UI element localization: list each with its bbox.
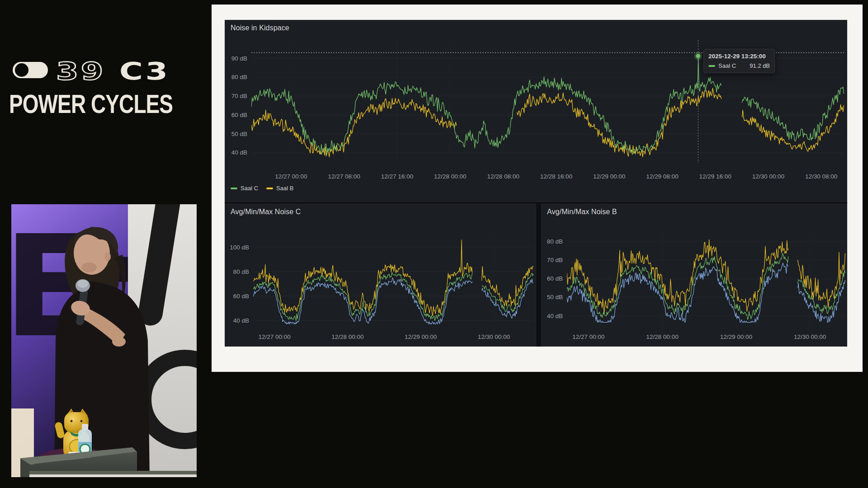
series-saal-b [251,88,844,157]
series-avg [567,253,845,319]
event-logo: 39 C3 [56,57,183,88]
x-tick-label: 12/29 16:00 [699,173,731,180]
y-tick-label: 40 dB [231,149,247,156]
toggle-switch-icon [13,62,48,78]
crosshair [694,40,702,163]
talk-title: POWER CYCLES [9,89,173,119]
highlight-point [696,54,700,58]
svg-text:39 C3: 39 C3 [56,57,170,85]
logo-39c3-svg: 39 C3 [56,57,183,86]
series-max [253,240,533,316]
x-tick-label: 12/30 00:00 [478,333,510,340]
x-tick-label: 12/27 00:00 [572,333,604,340]
y-tick-label: 60 dB [233,293,249,300]
y-tick-label: 90 dB [231,55,247,62]
panel-noise-kidspace: 12/27 00:0012/27 08:0012/27 16:0012/28 0… [225,20,847,202]
y-tick-label: 80 dB [231,74,247,80]
y-tick-label: 80 dB [547,238,563,245]
x-tick-label: 12/27 00:00 [275,173,307,180]
grafana-dashboard: 12/27 00:0012/27 08:0012/27 16:0012/28 0… [225,20,847,347]
x-tick-label: 12/29 00:00 [593,173,625,180]
x-tick-label: 12/28 00:00 [434,173,466,180]
legend-label: Saal B [276,185,293,192]
x-tick-label: 12/29 00:00 [720,333,752,340]
panel-title: Avg/Min/Max Noise B [547,208,617,216]
table-edge [29,471,197,475]
y-tick-label: 50 dB [231,131,247,137]
chart-svg: 12/27 00:0012/27 08:0012/27 16:0012/28 0… [225,20,847,202]
x-tick-label: 12/28 08:00 [487,173,519,180]
speaker-scene: E B [11,204,197,477]
x-tick-label: 12/27 16:00 [381,173,413,180]
x-tick-label: 12/27 08:00 [328,173,360,180]
y-tick-label: 40 dB [233,317,249,324]
legend-item-saal-b: Saal B [266,185,293,192]
x-tick-label: 12/29 08:00 [646,173,678,180]
chart-svg: 12/27 00:0012/28 00:0012/29 00:0012/30 0… [542,204,847,347]
y-tick-label: 50 dB [547,294,563,300]
y-tick-label: 100 dB [230,244,249,251]
tooltip-series-swatch [708,65,715,67]
legend-swatch [266,188,273,189]
panel-title: Noise in Kidspace [231,24,289,32]
x-tick-label: 12/30 00:00 [794,333,826,340]
series-max [567,239,845,314]
logo-prefix: 39 [56,57,106,85]
panel-avg-min-max-noise-c: 12/27 00:0012/28 00:0012/29 00:0012/30 0… [225,204,536,347]
x-tick-label: 12/28 16:00 [540,173,572,180]
panel-title: Avg/Min/Max Noise C [231,208,301,216]
toggle-knob [15,63,28,77]
panel-avg-min-max-noise-b: 12/27 00:0012/28 00:0012/29 00:0012/30 0… [541,204,847,347]
tooltip-timestamp: 2025-12-29 13:25:00 [708,53,770,60]
x-axis: 12/27 00:0012/28 00:0012/29 00:0012/30 0… [259,233,510,340]
legend-swatch [231,188,237,189]
chart-svg: 12/27 00:0012/28 00:0012/29 00:0012/30 0… [225,204,536,347]
chart-legend: Saal CSaal B [231,185,293,192]
y-tick-label: 80 dB [233,268,249,275]
y-tick-label: 70 dB [547,257,563,263]
legend-label: Saal C [241,185,258,192]
tooltip-series-name: Saal C [718,62,736,69]
speaker-video: E B [11,204,197,477]
x-tick-label: 12/30 00:00 [752,173,784,180]
chart-tooltip: 2025-12-29 13:25:00 Saal C 91.2 dB [703,49,775,73]
y-tick-label: 60 dB [231,112,247,118]
presentation-slide: 12/27 00:0012/27 08:0012/27 16:0012/28 0… [212,5,863,372]
x-tick-label: 12/28 00:00 [331,333,363,340]
tooltip-series-value: 91.2 dB [750,62,770,69]
y-tick-label: 70 dB [231,93,247,99]
legend-item-saal-c: Saal C [231,185,258,192]
x-tick-label: 12/30 08:00 [805,173,837,180]
stream-frame: { "branding": { "logo_prefix": "39", "lo… [0,0,868,488]
logo-suffix: C3 [119,57,170,85]
series-group [253,240,533,324]
y-tick-label: 40 dB [547,313,563,319]
x-tick-label: 12/29 00:00 [405,333,437,340]
series-group [567,239,845,322]
x-tick-label: 12/27 00:00 [259,333,291,340]
x-tick-label: 12/28 00:00 [646,333,678,340]
y-tick-label: 60 dB [547,275,563,282]
